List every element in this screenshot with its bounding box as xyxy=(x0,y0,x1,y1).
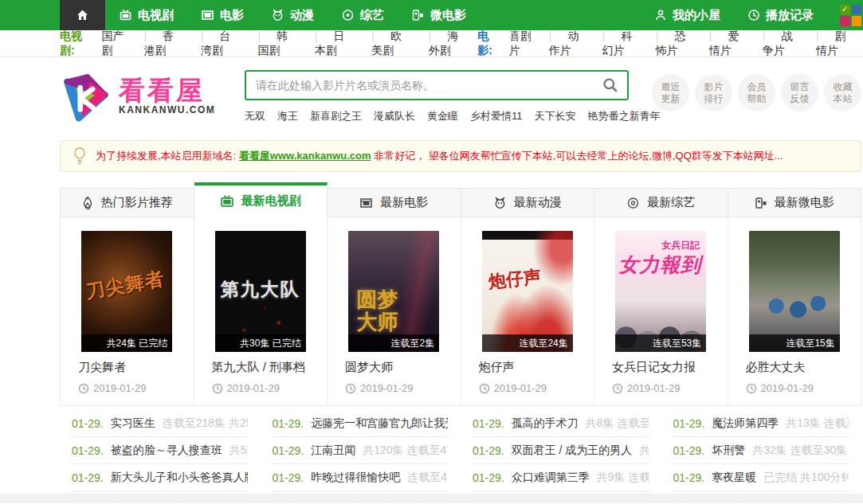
tv-category-label: 电视剧: xyxy=(60,29,89,58)
update-row[interactable]: 01-29. 被盗的脸～寻人搜查班 共5集 连载 xyxy=(72,437,248,464)
tv-cat-korea[interactable]: 韩国剧 xyxy=(249,29,306,58)
nav-anime[interactable]: 动漫 xyxy=(257,0,328,30)
movie-card[interactable]: 炮仔声 连载至24集 炮仔声 2019-01-29 xyxy=(461,217,595,405)
card-date: 2019-01-29 xyxy=(78,382,147,394)
member-help-button[interactable]: 会员 帮助 xyxy=(738,74,775,111)
tv-cat-taiwan[interactable]: 台湾剧 xyxy=(193,29,249,58)
hot-word[interactable]: 乡村爱情11 xyxy=(470,109,523,123)
poster-image[interactable]: 第九大队 共30集 已完结 xyxy=(215,231,306,352)
card-title[interactable]: 必胜大丈夫 xyxy=(746,360,856,375)
card-date: 2019-01-29 xyxy=(212,382,280,394)
tab-latest-microfilm[interactable]: 最新微电影 xyxy=(728,188,862,217)
update-row[interactable]: 01-29. 众口难调第三季 共9集 连载至2 xyxy=(473,464,649,491)
poster-image[interactable]: 刀尖舞者 共24集 已完结 xyxy=(81,231,172,352)
mv-cat-drama[interactable]: 剧情片 xyxy=(808,29,861,58)
hot-word[interactable]: 艳势番之新青年 xyxy=(588,109,661,123)
update-row[interactable]: 01-29. 魔法师第四季 共13集 连载至1集 xyxy=(673,410,849,437)
hot-search-words: 无双 海王 新喜剧之王 漫威队长 黄金瞳 乡村爱情11 天下长安 艳势番之新青年 xyxy=(245,109,629,123)
episode-badge: 共24集 已完结 xyxy=(81,334,172,352)
anime-icon xyxy=(493,197,507,209)
update-row[interactable]: 01-29. 坏刑警 共32集 连载至30集 共30分 xyxy=(673,437,849,464)
footer-band xyxy=(0,494,863,503)
episode-badge: 共30集 已完结 xyxy=(215,334,306,352)
tv-icon xyxy=(220,194,234,208)
search-box xyxy=(245,70,629,100)
tab-latest-anime[interactable]: 最新动漫 xyxy=(461,188,595,217)
update-row[interactable]: 01-29. 实习医生 连载至218集 共25分钟 xyxy=(72,410,248,437)
mv-cat-horror[interactable]: 恐怖片 xyxy=(648,29,701,58)
movie-card[interactable]: 刀尖舞者 共24集 已完结 刀尖舞者 2019-01-29 xyxy=(61,217,194,405)
update-row[interactable]: 01-29. 远藤宪一和宫藤官九郎让我受教 共 xyxy=(273,410,449,437)
update-column: 01-29. 远藤宪一和宫藤官九郎让我受教 共 01-29. 江南丑闻 共120… xyxy=(261,410,461,491)
mv-cat-romance[interactable]: 爱情片 xyxy=(701,29,755,58)
mv-cat-comedy[interactable]: 喜剧片 xyxy=(501,29,541,58)
update-row[interactable]: 01-29. 寒夜星暖 已完结 共100分钟 xyxy=(673,464,849,491)
colored-grid-icon[interactable] xyxy=(840,5,861,26)
update-row[interactable]: 01-29. 昨晚过得很愉快吧 连载至4集 共30 xyxy=(273,464,449,491)
logo-domain: KANKANWU.COM xyxy=(119,104,215,115)
nav-movie[interactable]: 电影 xyxy=(187,0,257,30)
nav-variety[interactable]: 综艺 xyxy=(328,0,398,30)
mv-cat-action[interactable]: 动作片 xyxy=(541,29,594,58)
card-title[interactable]: 圆梦大师 xyxy=(345,360,455,375)
movie-card[interactable]: 女兵日記 女力報到 连载至53集 女兵日记女力报 2019-01-29 xyxy=(594,217,728,405)
microfilm-icon xyxy=(411,9,425,21)
hot-word[interactable]: 无双 xyxy=(245,109,265,123)
poster-image[interactable]: 连载至15集 xyxy=(749,231,840,352)
nav-anime-label: 动漫 xyxy=(290,8,314,23)
nav-my-room[interactable]: 我的小屋 xyxy=(641,0,734,30)
tab-hot-recommend[interactable]: 热门影片推荐 xyxy=(60,188,194,217)
variety-icon xyxy=(341,9,355,21)
search-input[interactable] xyxy=(246,79,594,92)
nav-microfilm[interactable]: 微电影 xyxy=(398,0,480,30)
mv-cat-war[interactable]: 战争片 xyxy=(755,29,808,58)
tv-cat-overseas[interactable]: 海外剧 xyxy=(421,29,477,58)
hot-word[interactable]: 黄金瞳 xyxy=(427,109,458,123)
movie-card[interactable]: 第九大队 共30集 已完结 第九大队 / 刑事档 2019-01-29 xyxy=(194,217,328,405)
feedback-button[interactable]: 留言 反馈 xyxy=(781,74,818,111)
tv-cat-western[interactable]: 欧美剧 xyxy=(363,29,420,58)
logo-title: 看看屋 xyxy=(119,77,215,104)
card-title[interactable]: 第九大队 / 刑事档 xyxy=(212,360,322,375)
update-column: 01-29. 孤高的手术刀 共8集 连载至3集 共 01-29. 双面君王 / … xyxy=(461,410,661,491)
bulb-icon xyxy=(72,147,88,166)
hot-word[interactable]: 新喜剧之王 xyxy=(310,109,362,123)
nav-play-history[interactable]: 播放记录 xyxy=(734,0,827,30)
card-title[interactable]: 刀尖舞者 xyxy=(78,360,188,375)
poster-image[interactable]: 圆梦大师 连载至2集 xyxy=(348,231,439,352)
tab-latest-tv[interactable]: 最新电视剧 xyxy=(194,182,328,217)
notice-domain-link[interactable]: 看看屋www.kankanwu.com xyxy=(239,150,371,162)
tv-cat-hongkong[interactable]: 香港剧 xyxy=(136,29,193,58)
update-row[interactable]: 01-29. 双面君王 / 成为王的男人 共20 xyxy=(473,437,649,464)
recent-updates-button[interactable]: 最近 更新 xyxy=(652,74,689,111)
rankings-button[interactable]: 影片 排行 xyxy=(695,74,732,111)
movie-card[interactable]: 连载至15集 必胜大丈夫 2019-01-29 xyxy=(728,217,861,405)
update-row[interactable]: 01-29. 新大头儿子和小头爸爸真人版 共 xyxy=(72,464,248,491)
tv-cat-japan[interactable]: 日本剧 xyxy=(307,29,363,58)
nav-tv[interactable]: 电视剧 xyxy=(105,0,187,30)
latest-tv-card-grid: 刀尖舞者 共24集 已完结 刀尖舞者 2019-01-29 第九大队 共30集 … xyxy=(60,217,861,406)
bookmark-site-button[interactable]: 收藏 本站 xyxy=(824,74,861,111)
tab-latest-variety[interactable]: 最新综艺 xyxy=(594,188,728,217)
card-date: 2019-01-29 xyxy=(345,382,414,394)
clock-icon xyxy=(746,383,757,394)
update-row[interactable]: 01-29. 孤高的手术刀 共8集 连载至3集 共 xyxy=(473,410,649,437)
movie-card[interactable]: 圆梦大师 连载至2集 圆梦大师 2019-01-29 xyxy=(328,217,461,405)
card-title[interactable]: 女兵日记女力报 xyxy=(612,360,722,375)
card-title[interactable]: 炮仔声 xyxy=(479,360,589,375)
tab-latest-movies[interactable]: 最新电影 xyxy=(328,188,461,217)
nav-home[interactable] xyxy=(60,0,105,30)
update-row[interactable]: 01-29. 江南丑闻 共120集 连载至47集 共 xyxy=(273,437,449,464)
film-icon xyxy=(359,197,373,209)
site-logo[interactable]: 看看屋 KANKANWU.COM xyxy=(60,70,245,123)
clock-icon xyxy=(345,383,356,394)
tv-cat-domestic[interactable]: 国产剧 xyxy=(94,29,136,58)
search-button[interactable] xyxy=(594,72,627,99)
variety-icon xyxy=(626,197,640,209)
mv-cat-scifi[interactable]: 科幻片 xyxy=(594,29,648,58)
hot-word[interactable]: 天下长安 xyxy=(535,109,576,123)
hot-word[interactable]: 漫威队长 xyxy=(374,109,415,123)
hot-word[interactable]: 海王 xyxy=(277,109,298,123)
poster-image[interactable]: 女兵日記 女力報到 连载至53集 xyxy=(615,231,706,352)
poster-image[interactable]: 炮仔声 连载至24集 xyxy=(482,231,573,352)
